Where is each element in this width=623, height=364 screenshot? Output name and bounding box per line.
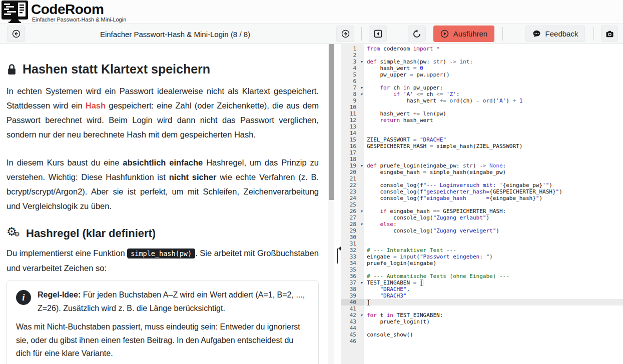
code-line[interactable]: if eingabe_hash == GESPEICHERTER_HASH: [367,208,623,214]
gutter-line-number: 12 [341,117,364,124]
run-button[interactable]: Ausführen [433,26,494,42]
gutter-line-number: 20 [341,169,364,176]
code-line[interactable]: console_log(f"eingabe_hash ={eingabe_has… [367,195,623,202]
gutter-line-number: 36 [341,273,364,280]
gears-icon: ⚙⚙ [7,227,22,240]
gutter-line-number: 5 [341,72,364,78]
fold-toggle-icon[interactable]: ▾ [361,312,363,318]
arrow-right-circle-icon [341,30,350,38]
code-line[interactable]: hash_wert = 0 [367,65,623,72]
lesson-paragraph: In echten Systemen wird ein Passwort ide… [7,84,319,142]
code-line[interactable]: eingabe = input("Passwort eingeben: ") [367,254,623,260]
pane-splitter[interactable] [334,44,341,364]
fold-toggle-icon[interactable]: ▾ [361,221,363,228]
code-line[interactable]: "DRACH3" [367,292,623,299]
code-line[interactable]: from coderoom import * [367,46,623,52]
screenshot-button[interactable] [601,26,618,42]
gutter-line-number: 35 [341,266,364,273]
code-line[interactable] [367,325,623,332]
code-line[interactable]: # --- Automatische Tests (ohne Eingabe) … [367,273,623,280]
feedback-button[interactable]: Feedback [525,26,585,42]
gutter-line-number: 37▾ [341,280,364,286]
code-line[interactable]: def pruefe_login(eingabe_pw: str) -> Non… [367,162,623,169]
code-line[interactable]: console_log("Zugang verweigert") [367,228,623,234]
code-line[interactable] [367,240,623,247]
collapse-panel-button[interactable] [369,26,387,42]
gutter-line-number: 21 [341,176,364,182]
code-line[interactable] [367,306,623,312]
gutter-line-number: 11 [341,110,364,117]
gutter-line-number: 33 [341,254,364,260]
code-line[interactable] [367,156,623,162]
gutter-line-number: 9 [341,98,364,104]
code-line[interactable]: eingabe_hash = simple_hash(eingabe_pw) [367,169,623,176]
code-line[interactable]: else: [367,221,623,228]
code-line[interactable]: TEST_EINGABEN = [ [367,280,623,286]
camera-icon [605,30,614,38]
code-line[interactable]: hash_wert += ord(ch) - ord('A') + 1 [367,98,623,104]
code-line[interactable]: console_log("Zugang erlaubt") [367,214,623,221]
code-line[interactable] [367,130,623,136]
reset-code-button[interactable] [408,26,426,42]
code-line[interactable] [367,202,623,208]
code-line[interactable]: hash_wert += len(pw) [367,110,623,117]
code-line[interactable]: GESPEICHERTER_HASH = simple_hash(ZIEL_PA… [367,143,623,150]
fold-toggle-icon[interactable]: ▾ [361,91,363,98]
code-line[interactable] [367,104,623,110]
code-line[interactable]: return hash_wert [367,117,623,124]
code-line[interactable]: pw_upper = pw.upper() [367,72,623,78]
chat-dots-icon [532,30,541,38]
gutter-line-number: 14 [341,130,364,136]
gutter-line-number: 3▾ [341,58,364,65]
pane-resize-handle[interactable] [337,248,338,264]
code-line[interactable]: ] [364,299,623,306]
fold-toggle-icon[interactable]: ▾ [361,280,363,286]
code-line[interactable]: ZIEL_PASSWORT = "DRACHE" [367,136,623,143]
code-line[interactable]: pruefe_login(t) [367,318,623,325]
caret-left-square-icon [374,30,382,38]
gutter-line-number: 7▾ [341,84,364,91]
code-line[interactable]: console_log(f"gespeicherter_hash={GESPEI… [367,188,623,195]
code-line[interactable] [367,176,623,182]
code-line[interactable]: # --- Interaktiver Test --- [367,247,623,254]
app-title: CodeRoom [31,2,104,18]
code-line[interactable]: "DRACHE", [367,286,623,292]
code-line[interactable] [367,150,623,156]
fold-toggle-icon[interactable]: ▾ [361,208,363,214]
code-line[interactable]: console_show() [367,332,623,338]
code-line[interactable] [367,78,623,84]
gutter-line-number: 17 [341,150,364,156]
gutter-line-number: 19▾ [341,162,364,169]
code-line[interactable] [367,124,623,130]
code-line[interactable] [367,266,623,273]
lesson-pane: Hashen statt Klartext speichern In echte… [0,44,328,364]
code-line[interactable] [367,338,623,344]
gutter-line-number: 41 [341,306,364,312]
code-line[interactable]: for t in TEST_EINGABEN: [367,312,623,318]
gutter-line-number: 28▾ [341,221,364,228]
content-scrollbar-thumb[interactable] [329,44,334,200]
gutter-line-number: 27 [341,214,364,221]
gutter-line-number: 45 [341,332,364,338]
code-line[interactable]: pruefe_login(eingabe) [367,260,623,266]
code-line[interactable]: if 'A' <= ch <= 'Z': [367,91,623,98]
code-line[interactable] [367,234,623,240]
content-scrollbar[interactable] [328,44,334,364]
coderoom-logo-icon [1,0,29,24]
app-header: CodeRoom Einfacher Passwort-Hash & Mini-… [0,0,623,23]
fold-toggle-icon[interactable]: ▾ [361,84,363,91]
gutter-line-number: 8▾ [341,91,364,98]
code-line[interactable] [367,52,623,58]
gutter-line-number: 44 [341,325,364,332]
editor-code[interactable]: from coderoom import *def simple_hash(pw… [364,44,623,364]
code-line[interactable]: for ch in pw_upper: [367,84,623,91]
fold-toggle-icon[interactable]: ▾ [361,162,363,169]
gutter-line-number: 18 [341,156,364,162]
next-lesson-button[interactable] [336,26,354,42]
code-line[interactable]: console_log(f"--- Loginversuch mit: '{ei… [367,182,623,188]
code-editor[interactable]: 123▾4567▾8▾910111213141516171819▾2021222… [341,44,623,364]
code-line[interactable]: def simple_hash(pw: str) -> int: [367,58,623,65]
fold-toggle-icon[interactable]: ▾ [361,58,363,65]
gutter-line-number: 13 [341,124,364,130]
gutter-line-number: 40 [341,299,364,306]
